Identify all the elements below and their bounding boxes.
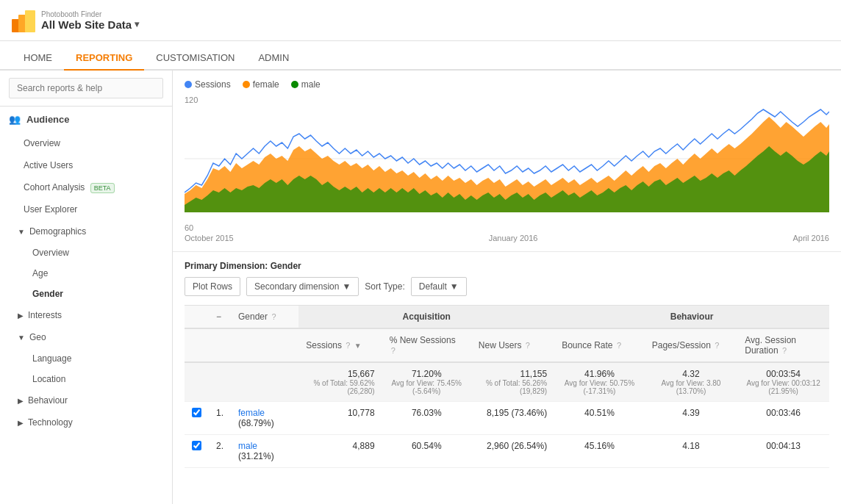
- legend-sessions: Sessions: [185, 79, 231, 90]
- col-new-users-header: New Users ?: [471, 328, 554, 362]
- table-row: 1. female (68.79%) 10,778 76.03% 8,195 (…: [185, 402, 829, 435]
- svg-rect-2: [25, 10, 35, 32]
- nav-admin[interactable]: ADMIN: [246, 46, 301, 71]
- col-pages-header: Pages/Session ?: [645, 328, 737, 362]
- sidebar-item-age[interactable]: Age: [0, 263, 172, 284]
- female-dot: [243, 81, 250, 88]
- row1-pct-new: 76.03%: [382, 402, 471, 435]
- row1-checkbox[interactable]: [185, 402, 209, 435]
- row2-duration: 00:04:13: [737, 435, 829, 468]
- totals-duration: 00:03:54 Avg for View: 00:03:12 (21.95%): [737, 362, 829, 402]
- row2-pages: 4.18: [645, 435, 737, 468]
- totals-check: [185, 362, 209, 402]
- totals-label: [231, 362, 298, 402]
- row2-checkbox[interactable]: [185, 435, 209, 468]
- totals-bounce: 41.96% Avg for View: 50.75% (-17.31%): [554, 362, 645, 402]
- male-dot: [291, 81, 298, 88]
- sidebar-behaviour-header[interactable]: ▶ Behaviour: [0, 389, 172, 411]
- row2-pct-new: 60.54%: [382, 435, 471, 468]
- nav-bar: HOME REPORTING CUSTOMISATION ADMIN: [0, 41, 841, 71]
- sidebar-item-location[interactable]: Location: [0, 369, 172, 389]
- sessions-dot: [185, 81, 192, 88]
- sidebar-item-overview[interactable]: Overview: [0, 132, 172, 154]
- row1-sessions-pct: (68.79%): [238, 418, 274, 428]
- x-label-oct: October 2015: [185, 234, 234, 242]
- x-axis-labels: October 2015 January 2016 April 2016: [185, 234, 829, 242]
- col-duration-header: Avg. Session Duration ?: [737, 328, 829, 362]
- chart-legend: Sessions female male: [185, 79, 829, 90]
- pages-help-icon[interactable]: ?: [715, 341, 719, 350]
- sidebar-demographics-header[interactable]: ▼ Gender Demographics: [0, 220, 172, 242]
- sidebar-item-cohort[interactable]: Cohort Analysis BETA: [0, 176, 172, 198]
- beta-badge: BETA: [90, 183, 115, 193]
- duration-help-icon[interactable]: ?: [782, 346, 787, 355]
- row2-gender-link[interactable]: male: [238, 441, 257, 451]
- content-area: Sessions female male 120: [173, 71, 841, 504]
- plot-rows-button[interactable]: Plot Rows: [185, 277, 240, 296]
- app-name-dropdown-icon[interactable]: ▾: [135, 19, 139, 29]
- sidebar-item-demo-overview[interactable]: Overview: [0, 242, 172, 263]
- chart-area: Sessions female male 120: [173, 71, 841, 252]
- app-title-group: Photobooth Finder All Web Site Data ▾: [41, 10, 139, 31]
- sidebar-interests-header[interactable]: ▶ Interests: [0, 304, 172, 326]
- nav-reporting[interactable]: REPORTING: [64, 46, 144, 71]
- row1-num: 1.: [209, 402, 231, 435]
- pct-new-help-icon[interactable]: ?: [391, 346, 396, 355]
- row1-gender: female (68.79%): [231, 402, 298, 435]
- sidebar-item-user-explorer[interactable]: User Explorer: [0, 198, 172, 220]
- audience-icon: 👥: [9, 114, 21, 125]
- search-input[interactable]: [9, 78, 163, 98]
- top-bar: Photobooth Finder All Web Site Data ▾: [0, 0, 841, 41]
- totals-sessions: 15,667 % of Total: 59.62% (26,280): [298, 362, 382, 402]
- sidebar-item-gender[interactable]: Gender: [0, 284, 172, 304]
- row1-pages: 4.39: [645, 402, 737, 435]
- primary-dimension: Primary Dimension: Gender: [185, 261, 829, 271]
- sidebar-technology-header[interactable]: ▶ Technology: [0, 411, 172, 433]
- bounce-help-icon[interactable]: ?: [617, 341, 621, 350]
- app-logo: [12, 9, 35, 32]
- totals-row: 15,667 % of Total: 59.62% (26,280) 71.20…: [185, 362, 829, 402]
- sidebar: 👥 Audience Overview Active Users Cohort …: [0, 71, 173, 504]
- row2-num: 2.: [209, 435, 231, 468]
- col-empty-1: [185, 328, 209, 362]
- toolbar: Plot Rows Secondary dimension ▼ Sort Typ…: [185, 277, 829, 296]
- totals-pages: 4.32 Avg for View: 3.80 (13.70%): [645, 362, 737, 402]
- totals-pct-new: 71.20% Avg for View: 75.45% (-5.64%): [382, 362, 471, 402]
- chevron-down-icon-geo: ▼: [18, 334, 25, 342]
- col-sessions-header[interactable]: Sessions ? ▼: [298, 328, 382, 362]
- acquisition-header: Acquisition: [298, 306, 554, 329]
- search-box: [0, 71, 172, 107]
- nav-home[interactable]: HOME: [12, 46, 64, 71]
- data-table: − Gender ? Acquisition Behaviour S: [185, 305, 829, 468]
- chevron-down-icon-sort: ▼: [450, 281, 459, 292]
- table-row: 2. male (31.21%) 4,889 60.54% 2,960 (26.…: [185, 435, 829, 468]
- new-users-help-icon[interactable]: ?: [526, 341, 530, 350]
- secondary-dimension-dropdown[interactable]: Secondary dimension ▼: [246, 277, 359, 296]
- col-gender-sub: [231, 328, 298, 362]
- chevron-right-icon: ▶: [18, 312, 24, 320]
- chevron-right-icon-beh: ▶: [18, 397, 24, 405]
- row1-gender-link[interactable]: female: [238, 408, 265, 418]
- sidebar-item-language[interactable]: Language: [0, 348, 172, 369]
- row2-check-input[interactable]: [192, 441, 201, 450]
- y-label-60: 60: [185, 223, 829, 232]
- nav-customisation[interactable]: CUSTOMISATION: [144, 46, 246, 71]
- sidebar-item-active-users[interactable]: Active Users: [0, 154, 172, 176]
- gender-help-icon[interactable]: ?: [271, 312, 276, 321]
- sessions-help-icon[interactable]: ?: [346, 341, 350, 350]
- col-minus: −: [209, 306, 231, 329]
- row1-check-input[interactable]: [192, 408, 201, 417]
- x-label-apr: April 2016: [792, 234, 829, 242]
- app-name[interactable]: All Web Site Data ▾: [41, 18, 139, 31]
- totals-minus: [209, 362, 231, 402]
- sort-default-dropdown[interactable]: Default ▼: [411, 277, 467, 296]
- col-gender-header: Gender ?: [231, 306, 298, 329]
- row1-bounce: 40.51%: [554, 402, 645, 435]
- sidebar-geo-header[interactable]: ▼ Geo: [0, 326, 172, 348]
- row1-sessions: 10,778: [298, 402, 382, 435]
- chevron-down-icon: ▼: [18, 228, 25, 236]
- totals-new-users: 11,155 % of Total: 56.26% (19,829): [471, 362, 554, 402]
- sidebar-audience-header[interactable]: 👥 Audience: [0, 107, 172, 132]
- row1-duration: 00:03:46: [737, 402, 829, 435]
- row2-sessions-pct: (31.21%): [238, 451, 274, 461]
